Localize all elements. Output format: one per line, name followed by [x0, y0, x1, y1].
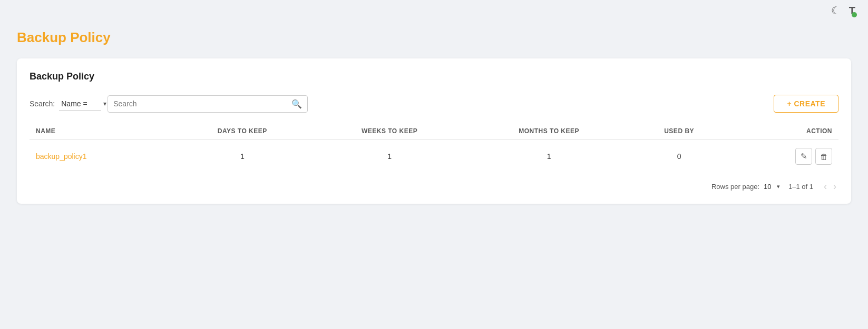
user-status-dot: [852, 12, 857, 17]
rows-per-page-label: Rows per page:: [711, 183, 759, 191]
cell-used-by: 0: [631, 139, 727, 174]
rows-per-page-select[interactable]: 10 25 50: [764, 183, 780, 191]
card-title: Backup Policy: [30, 71, 838, 82]
col-name: NAME: [30, 123, 172, 139]
dark-mode-icon[interactable]: ☾: [831, 4, 841, 17]
cell-action: ✎ 🗑: [727, 139, 838, 174]
cell-days: 1: [172, 139, 312, 174]
next-page-button[interactable]: ›: [831, 182, 838, 191]
search-section: Search: Name = ID = 🔍: [30, 95, 308, 113]
toolbar: Search: Name = ID = 🔍 + CREATE: [30, 95, 838, 113]
prev-page-button[interactable]: ‹: [822, 182, 829, 191]
edit-button[interactable]: ✎: [795, 148, 812, 165]
page-info: 1–1 of 1: [788, 183, 813, 191]
pagination-row: Rows per page: 10 25 50 1–1 of 1 ‹ ›: [30, 173, 838, 191]
table-header-row: NAME DAYS TO KEEP WEEKS TO KEEP MONTHS T…: [30, 123, 838, 139]
search-label: Search:: [30, 99, 55, 108]
col-weeks: WEEKS TO KEEP: [313, 123, 467, 139]
action-buttons: ✎ 🗑: [734, 148, 832, 165]
table-header: NAME DAYS TO KEEP WEEKS TO KEEP MONTHS T…: [30, 123, 838, 139]
search-filter-select[interactable]: Name = ID =: [59, 97, 101, 111]
page-nav: ‹ ›: [822, 182, 838, 191]
rows-select-wrapper: 10 25 50: [764, 183, 780, 191]
top-bar: ☾ T: [0, 0, 868, 21]
col-used-by: USED BY: [631, 123, 727, 139]
search-input[interactable]: [113, 99, 291, 108]
search-icon: 🔍: [291, 99, 302, 109]
policy-link[interactable]: backup_policy1: [36, 152, 87, 161]
col-months: MONTHS TO KEEP: [467, 123, 631, 139]
search-filter-wrapper: Name = ID =: [59, 97, 108, 111]
main-card: Backup Policy Search: Name = ID = 🔍 + CR…: [17, 58, 851, 204]
table-row: backup_policy1 1 1 1 0 ✎ 🗑: [30, 139, 838, 174]
col-action: ACTION: [727, 123, 838, 139]
create-button[interactable]: + CREATE: [774, 95, 838, 113]
rows-per-page: Rows per page: 10 25 50: [711, 183, 780, 191]
data-table: NAME DAYS TO KEEP WEEKS TO KEEP MONTHS T…: [30, 123, 838, 173]
user-avatar[interactable]: T: [849, 5, 855, 17]
page-title: Backup Policy: [17, 29, 851, 46]
page-content: Backup Policy Backup Policy Search: Name…: [0, 21, 868, 221]
cell-name: backup_policy1: [30, 139, 172, 174]
delete-button[interactable]: 🗑: [815, 148, 832, 165]
table-body: backup_policy1 1 1 1 0 ✎ 🗑: [30, 139, 838, 174]
cell-months: 1: [467, 139, 631, 174]
col-days: DAYS TO KEEP: [172, 123, 312, 139]
cell-weeks: 1: [313, 139, 467, 174]
search-input-wrapper: 🔍: [108, 95, 308, 113]
